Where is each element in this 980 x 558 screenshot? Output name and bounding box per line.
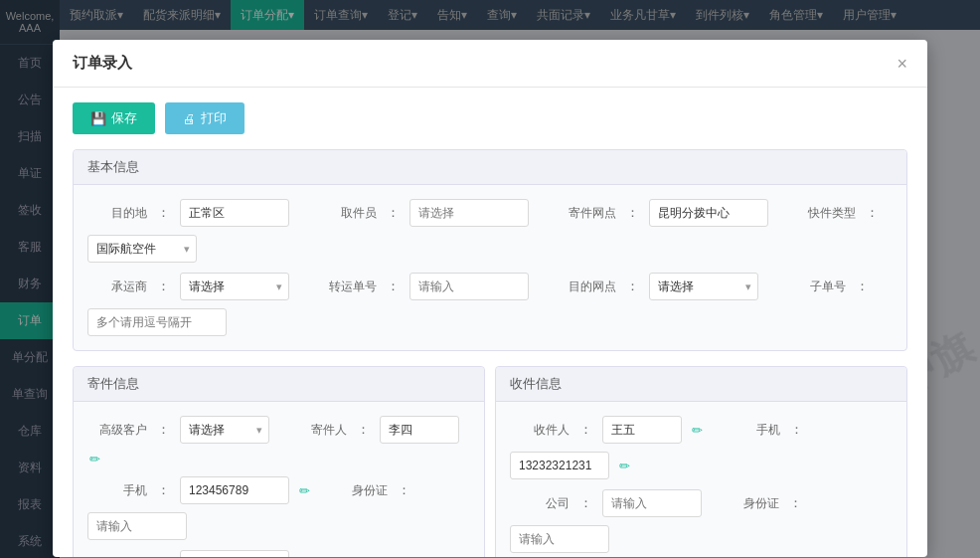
sender-phone-input[interactable]: [180, 476, 289, 504]
receiver-phone-edit-icon[interactable]: ✏: [619, 459, 630, 473]
receiver-id-label: 身份证: [720, 495, 779, 512]
express-type-select[interactable]: 国际航空件: [87, 235, 197, 263]
receiver-name-input[interactable]: [602, 416, 682, 444]
basic-info-title: 基本信息: [74, 150, 906, 185]
sender-name-label: 寄件人: [287, 422, 347, 439]
order-entry-modal: 订单录入 × 💾 保存 🖨 打印 基本信息: [53, 40, 927, 557]
express-type-label: 快件类型: [796, 205, 856, 222]
receiver-row-2: 公司 ： 身份证 ：: [510, 489, 893, 553]
print-label: 打印: [201, 109, 227, 127]
receiver-row-1: 收件人 ： ✏ 手机 ： ✏: [510, 416, 893, 479]
save-label: 保存: [111, 109, 137, 127]
print-button[interactable]: 🖨 打印: [165, 102, 245, 134]
transfer-no-input[interactable]: [409, 273, 529, 300]
carrier-wrapper[interactable]: 请选择: [180, 273, 289, 300]
save-icon: 💾: [90, 111, 106, 126]
sender-info-body: 高级客户 ： 请选择 寄件人 ： ✏: [74, 402, 484, 557]
express-type-wrapper[interactable]: 国际航空件: [87, 235, 197, 263]
basic-info-body: 目的地 ： 取件员 ： 寄件网点 ： 快件类型 ： 国际航空: [74, 185, 906, 350]
sender-row-1: 高级客户 ： 请选择 寄件人 ： ✏: [87, 416, 470, 466]
action-bar: 💾 保存 🖨 打印: [73, 102, 907, 134]
modal-title: 订单录入: [73, 54, 132, 73]
dest-node-label: 目的网点: [557, 279, 616, 295]
receiver-info-body: 收件人 ： ✏ 手机 ： ✏ 公司 ：: [496, 402, 906, 557]
sender-postcode-label: 邮编: [87, 556, 147, 558]
destination-input[interactable]: [180, 199, 289, 227]
carrier-label: 承运商: [87, 279, 147, 295]
sender-phone-edit-icon[interactable]: ✏: [299, 483, 310, 498]
modal-close-button[interactable]: ×: [897, 55, 907, 73]
receiver-name-edit-icon[interactable]: ✏: [692, 423, 703, 438]
receiver-info-title: 收件信息: [496, 367, 906, 402]
vip-select[interactable]: 请选择: [180, 416, 269, 444]
sender-postcode-input[interactable]: [180, 550, 289, 557]
carrier-select[interactable]: 请选择: [180, 273, 289, 300]
receiver-name-label: 收件人: [510, 422, 570, 439]
sender-info-section: 寄件信息 高级客户 ： 请选择 寄件人 ：: [73, 366, 485, 557]
sender-row-2: 手机 ： ✏ 身份证 ：: [87, 476, 470, 540]
sender-id-input[interactable]: [87, 512, 187, 540]
sender-name-input[interactable]: [380, 416, 459, 444]
modal-overlay: 订单录入 × 💾 保存 🖨 打印 基本信息: [0, 0, 980, 558]
receiver-info-section: 收件信息 收件人 ： ✏ 手机 ： ✏: [495, 366, 907, 557]
basic-row-1: 目的地 ： 取件员 ： 寄件网点 ： 快件类型 ： 国际航空: [87, 199, 893, 263]
receiver-phone-input[interactable]: [510, 452, 609, 479]
pickup-input[interactable]: [409, 199, 529, 227]
dest-node-wrapper[interactable]: 请选择: [649, 273, 758, 300]
save-button[interactable]: 💾 保存: [73, 102, 155, 134]
basic-row-2: 承运商 ： 请选择 转运单号 ： 目的网点 ：: [87, 273, 893, 336]
receiver-company-input[interactable]: [602, 489, 702, 517]
sender-id-label: 身份证: [328, 482, 388, 499]
print-icon: 🖨: [183, 111, 196, 126]
sender-row-3: 邮编 ：: [87, 550, 470, 557]
modal-body: 💾 保存 🖨 打印 基本信息 目的地 ： 取件员: [53, 88, 927, 557]
receiver-id-input[interactable]: [510, 525, 609, 553]
dest-node-select[interactable]: 请选择: [649, 273, 758, 300]
sub-no-label: 子单号: [786, 279, 846, 295]
destination-label: 目的地: [87, 205, 147, 222]
sender-name-edit-icon[interactable]: ✏: [89, 452, 100, 466]
modal-header: 订单录入 ×: [53, 40, 927, 88]
basic-info-section: 基本信息 目的地 ： 取件员 ： 寄件网点 ： 快件类型 ：: [73, 149, 907, 351]
transfer-no-label: 转运单号: [317, 279, 377, 295]
sender-phone-label: 手机: [87, 482, 147, 499]
sender-receiver-container: 寄件信息 高级客户 ： 请选择 寄件人 ：: [73, 366, 907, 557]
send-node-label: 寄件网点: [557, 205, 616, 222]
vip-wrapper[interactable]: 请选择: [180, 416, 269, 444]
send-node-input[interactable]: [649, 199, 768, 227]
receiver-phone-label: 手机: [721, 422, 780, 439]
vip-label: 高级客户: [87, 422, 147, 439]
sub-no-input[interactable]: [87, 308, 227, 336]
pickup-label: 取件员: [317, 205, 377, 222]
sender-info-title: 寄件信息: [74, 367, 484, 402]
receiver-company-label: 公司: [510, 495, 570, 512]
